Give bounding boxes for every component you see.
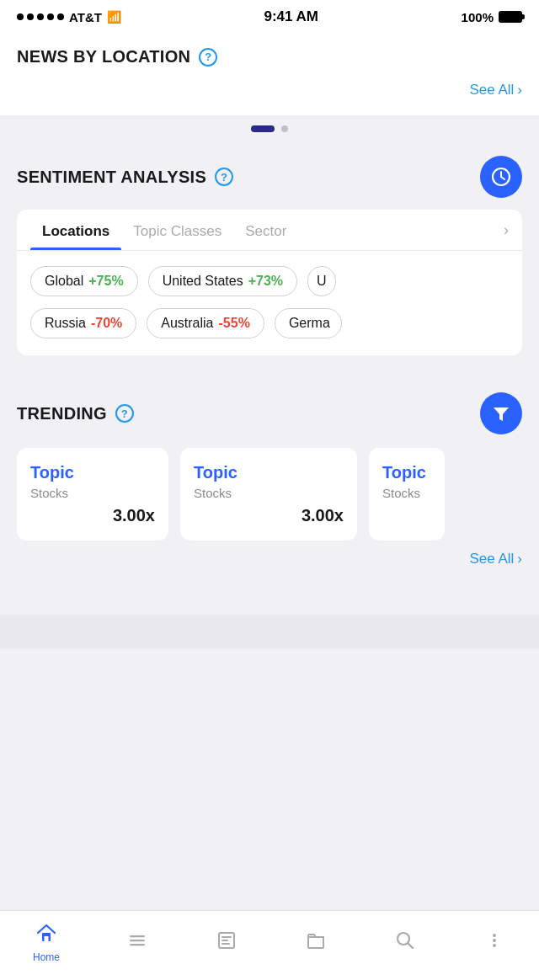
- bottom-spacer: [0, 648, 539, 732]
- time-label: 9:41 AM: [264, 8, 318, 25]
- list-icon: [125, 929, 149, 956]
- news-icon: [215, 929, 238, 956]
- svg-line-2: [501, 177, 504, 179]
- tag-global-value: +75%: [88, 274, 123, 289]
- trend-card-2[interactable]: Topic Stocks 3.00x: [180, 448, 357, 541]
- trend-topic-1: Topic: [30, 463, 155, 482]
- trending-see-all-link[interactable]: See All ›: [469, 551, 522, 567]
- tag-united-states[interactable]: United States +73%: [148, 266, 297, 296]
- clock-button[interactable]: [480, 156, 522, 198]
- tags-area: Global +75% United States +73% U Russia …: [17, 251, 522, 355]
- nav-item-folder[interactable]: [304, 929, 328, 956]
- svg-rect-10: [221, 936, 232, 938]
- tag-global[interactable]: Global +75%: [30, 266, 138, 296]
- sentiment-left: SENTIMENT ANALYSIS ?: [17, 168, 233, 187]
- trend-stocks-2: Stocks: [194, 486, 344, 500]
- section-gap-2: [0, 581, 539, 615]
- folder-icon: [304, 929, 328, 956]
- nav-item-more[interactable]: [483, 929, 506, 956]
- pagination-dots: [0, 115, 539, 142]
- tag-us-name: United States: [163, 274, 243, 289]
- sentiment-header: SENTIMENT ANALYSIS ?: [17, 156, 522, 198]
- status-bar: AT&T 📶 9:41 AM 100%: [0, 0, 539, 32]
- nav-item-list[interactable]: [125, 929, 149, 956]
- svg-rect-8: [130, 944, 145, 945]
- nav-item-news[interactable]: [215, 929, 238, 956]
- trend-card-3[interactable]: Topic Stocks: [369, 448, 445, 541]
- trend-card-2-top: Topic Stocks: [194, 463, 344, 500]
- tab-sector[interactable]: Sector: [233, 210, 298, 250]
- tabs-chevron-icon[interactable]: ›: [504, 221, 509, 239]
- nav-item-search[interactable]: [393, 929, 417, 956]
- news-title: NEWS BY LOCATION: [17, 47, 190, 67]
- trending-cards: Topic Stocks 3.00x Topic Stocks 3.00x To…: [17, 448, 522, 541]
- more-icon: [483, 929, 506, 956]
- search-icon: [393, 929, 417, 956]
- tag-truncated-1-name: U: [317, 274, 327, 289]
- tab-locations[interactable]: Locations: [30, 210, 121, 250]
- tag-us-value: +73%: [248, 274, 283, 289]
- trend-card-1[interactable]: Topic Stocks 3.00x: [17, 448, 168, 541]
- trend-card-1-top: Topic Stocks: [30, 463, 155, 500]
- filter-button[interactable]: [480, 392, 522, 434]
- news-section: NEWS BY LOCATION ? See All ›: [0, 32, 539, 115]
- section-gap-3: [0, 615, 539, 648]
- svg-rect-6: [130, 935, 145, 937]
- trending-see-all-chevron-icon: ›: [517, 551, 522, 567]
- svg-point-16: [493, 939, 496, 942]
- news-see-all-row: See All ›: [17, 75, 522, 102]
- tags-row-1: Global +75% United States +73% U: [30, 266, 509, 296]
- tag-australia[interactable]: Australia -55%: [147, 308, 264, 338]
- tags-row-2: Russia -70% Australia -55% Germa: [30, 308, 509, 338]
- svg-point-17: [493, 944, 496, 947]
- svg-rect-12: [221, 943, 230, 945]
- see-all-chevron-icon: ›: [517, 82, 522, 99]
- clock-icon: [490, 166, 512, 188]
- svg-rect-11: [221, 940, 228, 941]
- tag-germany[interactable]: Germa: [275, 308, 342, 338]
- trend-topic-3: Topic: [382, 463, 431, 482]
- trending-left: TRENDING ?: [17, 404, 134, 423]
- trending-help-icon[interactable]: ?: [115, 404, 134, 423]
- home-icon: [35, 921, 58, 948]
- tag-russia-name: Russia: [45, 316, 86, 331]
- tabs-row: Locations Topic Classes Sector ›: [17, 210, 522, 251]
- battery-icon: [499, 11, 522, 23]
- svg-rect-5: [44, 936, 48, 941]
- signal-dots: [17, 13, 64, 20]
- trend-card-3-top: Topic Stocks: [382, 463, 431, 500]
- tag-global-name: Global: [45, 274, 83, 289]
- section-gap-1: [0, 362, 539, 379]
- sentiment-title: SENTIMENT ANALYSIS: [17, 168, 206, 187]
- status-left: AT&T 📶: [17, 10, 121, 24]
- tag-australia-name: Australia: [161, 316, 213, 331]
- sentiment-help-icon[interactable]: ?: [215, 168, 233, 186]
- trending-see-all-row: See All ›: [17, 541, 522, 574]
- news-see-all-link[interactable]: See All ›: [469, 82, 522, 99]
- filter-icon: [490, 402, 512, 424]
- trending-header: TRENDING ?: [17, 392, 522, 434]
- tag-russia-value: -70%: [91, 316, 122, 331]
- pagination-dot-active: [251, 125, 275, 132]
- svg-marker-3: [494, 407, 509, 421]
- tab-topic-classes[interactable]: Topic Classes: [121, 210, 233, 250]
- svg-point-15: [493, 934, 496, 937]
- status-right: 100%: [462, 10, 522, 24]
- trend-stocks-1: Stocks: [30, 486, 155, 500]
- svg-line-14: [408, 944, 413, 949]
- nav-item-home[interactable]: Home: [33, 921, 60, 963]
- tag-germany-name: Germa: [289, 316, 330, 331]
- news-header: NEWS BY LOCATION ?: [17, 47, 522, 67]
- battery-label: 100%: [462, 10, 494, 24]
- bottom-nav: Home: [0, 910, 539, 980]
- nav-home-label: Home: [33, 951, 60, 963]
- trending-title: TRENDING: [17, 404, 107, 423]
- trend-stocks-3: Stocks: [382, 486, 431, 500]
- svg-rect-7: [130, 940, 145, 941]
- sentiment-section: SENTIMENT ANALYSIS ? Locations Topic Cla…: [0, 142, 539, 362]
- tag-russia[interactable]: Russia -70%: [30, 308, 136, 338]
- tag-truncated-1[interactable]: U: [307, 266, 336, 296]
- news-help-icon[interactable]: ?: [199, 48, 217, 67]
- trend-multiplier-2: 3.00x: [194, 506, 344, 525]
- carrier-label: AT&T: [69, 10, 102, 24]
